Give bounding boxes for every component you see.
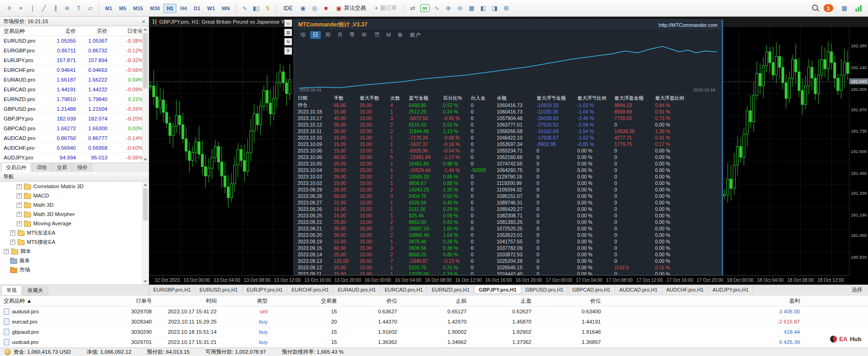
notifications-badge[interactable]: 1	[824, 4, 833, 12]
new-chart-icon[interactable]: ⊞	[501, 3, 512, 14]
timeframe-mn-button[interactable]: MN	[219, 4, 233, 13]
channel-icon[interactable]: ∥	[50, 3, 61, 14]
mtc-menu-item-账户[interactable]: 账户	[407, 31, 424, 39]
nav-item-市场[interactable]: 市场	[0, 265, 143, 274]
close-icon[interactable]: ×	[142, 19, 145, 25]
chart-tab-eurchf[interactable]: EURCHF.pro,H1	[287, 286, 334, 293]
price-axis[interactable]: 182.049 182.280182.140182.000181.870181.…	[849, 27, 868, 275]
tick-chart-icon[interactable]: ∿	[431, 3, 443, 14]
vertical-line-icon[interactable]: ∣	[27, 3, 38, 14]
scrollbar-thumb[interactable]	[143, 188, 148, 221]
line-chart-icon[interactable]: ∿	[239, 3, 250, 14]
nav-item-moving-average[interactable]: +Moving Average	[0, 219, 143, 228]
panel-side-button-1[interactable]: ▭	[284, 19, 292, 27]
nav-item-脚本[interactable]: +脚本	[0, 247, 143, 256]
market-watch-row[interactable]: GBPJPY.pro182.039182.074-0.20%	[0, 114, 149, 124]
navigator-scrollbar[interactable]	[142, 182, 149, 285]
market-watch-tab-报价[interactable]: 报价	[73, 163, 92, 172]
connection-status-icon[interactable]	[856, 5, 862, 12]
chart-tab-gbpjpy[interactable]: GBPJPY.pro,H1	[474, 286, 521, 294]
dock-left-icon[interactable]: ◧	[478, 3, 489, 14]
timeframe-m30-button[interactable]: M30	[147, 4, 163, 13]
shapes-icon[interactable]: ▱	[85, 3, 96, 14]
nav-item-mt5接收ea[interactable]: +MT5接收EA	[0, 237, 143, 247]
market-watch-row[interactable]: EURCAD.pro1.441911.44222-0.09%	[0, 85, 149, 95]
panel-side-button-3[interactable]: N	[284, 38, 292, 45]
text-tool-icon[interactable]: T	[73, 3, 84, 14]
nav-item-mt5发送ea[interactable]: +MT5发送EA	[0, 228, 143, 237]
candlestick-icon[interactable]: ▮▯	[250, 3, 262, 14]
trade-row[interactable]: gbpaud.pro30302902023.10.18 15:51:14buy1…	[0, 327, 868, 337]
expand-icon[interactable]: +	[10, 240, 15, 245]
chart-tab-eurgbp[interactable]: EURGBP.pro,H1	[149, 286, 195, 293]
timeframe-m5-button[interactable]: M5	[116, 4, 129, 13]
market-watch-row[interactable]: AUDJPY.pro94.99495.013-0.36%	[0, 153, 149, 163]
market-watch-tab-详细[interactable]: 详细	[32, 163, 51, 172]
scroll-down-icon[interactable]	[144, 159, 147, 161]
expand-icon[interactable]: +	[10, 230, 15, 235]
market-watch-row[interactable]: GBPCAD.pro1.662721.663000.03%	[0, 124, 149, 134]
mtc-menu-item-币[interactable]: 币	[371, 31, 382, 39]
time-axis[interactable]: 12 Oct 202313 Oct 00:0013 Oct 04:0013 Oc…	[149, 275, 849, 285]
mtc-menu-item-季[interactable]: 季	[347, 31, 358, 39]
market-watch-row[interactable]: EURGBP.pro0.867110.86732-0.12%	[0, 46, 149, 56]
market-watch-row[interactable]: GBPUSD.pro1.214881.21504-0.26%	[0, 104, 149, 114]
sync-charts-icon[interactable]: ⇄	[407, 3, 418, 14]
search-icon[interactable]	[812, 4, 818, 13]
chart-tab-audcad[interactable]: AUDCAD.pro,H1	[615, 286, 662, 293]
market-watch-tab-交易品种[interactable]: 交易品种	[1, 163, 31, 172]
expand-icon[interactable]: +	[17, 221, 22, 226]
market-watch-row[interactable]: EURJPY.pro157.871157.894-0.32%	[0, 56, 149, 65]
nav-item-macd[interactable]: +MACD	[0, 191, 143, 200]
mtc-menu-item-日[interactable]: 日	[310, 31, 321, 39]
market-watch-tab-交易[interactable]: 交易	[52, 163, 72, 172]
panel-side-button-4[interactable]: 字	[284, 47, 292, 55]
trendline-icon[interactable]: ╱	[38, 3, 50, 14]
scroll-down-icon[interactable]	[144, 280, 147, 283]
expand-icon[interactable]: +	[17, 193, 22, 198]
mtcommander-panel[interactable]: MTCommander统计 ,V3.37 http://MTCommander.…	[293, 19, 723, 275]
chart-tab-audjpy[interactable]: AUDJPY.pro,H1	[708, 286, 753, 293]
nav-item-服务[interactable]: 服务	[0, 256, 143, 265]
chart-tab-audchf[interactable]: AUDCHF.pro,H1	[662, 286, 708, 293]
mtc-menu-item-年[interactable]: 年	[359, 31, 370, 39]
navigator-tab-常规[interactable]: 常规	[1, 286, 22, 296]
crosshair-icon[interactable]: ✛	[4, 3, 15, 14]
market-watch-row[interactable]: AUDCAD.pro0.867500.86777-0.14%	[0, 134, 149, 143]
nav-item-math-3d[interactable]: +Math 3D	[0, 200, 143, 210]
scroll-up-icon[interactable]	[144, 28, 147, 31]
select-charts-button[interactable]: 选择	[846, 285, 868, 295]
timeframe-m15-button[interactable]: M15	[130, 4, 146, 13]
ide-button[interactable]: IDE	[279, 3, 297, 13]
fibonacci-icon[interactable]: ≋	[62, 3, 73, 14]
mtc-menu-item-月[interactable]: 月	[335, 31, 346, 39]
mtc-menu-item-M[interactable]: M	[384, 32, 394, 38]
mtcommander-url-link[interactable]: http://MTCommander.com	[659, 22, 718, 28]
trade-row[interactable]: usdcad.pro30297012023.10.17 15:31:21buy1…	[0, 337, 868, 347]
algo-trading-button[interactable]: ▣算法交易	[332, 2, 370, 14]
trade-row[interactable]: audusd.pro30297082023.10.17 15:41:22sell…	[0, 306, 868, 317]
scrollbar-thumb[interactable]	[143, 33, 148, 89]
stop-icon[interactable]: ■	[320, 3, 331, 14]
ea-receive-icon[interactable]: ◎	[309, 3, 320, 14]
expand-icon[interactable]: +	[17, 184, 22, 189]
timeframe-m1-button[interactable]: M1	[102, 4, 115, 13]
market-watch-row[interactable]: EURUSD.pro1.053551.05367-0.38%	[0, 36, 149, 46]
trade-row[interactable]: eurcad.pro30283402023.10.11 15:29:25buy2…	[0, 317, 868, 327]
data-window-icon[interactable]: ▦	[839, 3, 850, 14]
chart-tab-eurcad[interactable]: EURCAD.pro,H1	[381, 286, 428, 293]
market-watch-row[interactable]: EURAUD.pro1.661871.662220.04%	[0, 75, 149, 85]
market-watch-scrollbar[interactable]	[142, 26, 149, 163]
zoom-in-icon[interactable]: ⊕	[443, 3, 454, 14]
dock-right-icon[interactable]: ◨	[489, 3, 500, 14]
timeframe-h1-button[interactable]: H1	[163, 4, 176, 13]
timeframe-h4-button[interactable]: H4	[177, 4, 190, 13]
chart-tab-eurnzd[interactable]: EURNZD.pro,H1	[427, 286, 474, 293]
nav-item-correlation-matrix-3d[interactable]: +Correlation Matrix 3D	[0, 182, 143, 191]
panel-side-button-2[interactable]: ▤	[284, 29, 292, 36]
market-watch-row[interactable]: EURNZD.pro1.798101.798400.21%	[0, 95, 149, 104]
market-depth-icon[interactable]: 00	[420, 4, 430, 12]
chart-tab-eurjpy[interactable]: EURJPY.pro,H1	[243, 286, 287, 293]
mtc-menu-item-周[interactable]: 周	[322, 31, 333, 39]
mtc-menu-item-备[interactable]: 备	[395, 31, 406, 39]
